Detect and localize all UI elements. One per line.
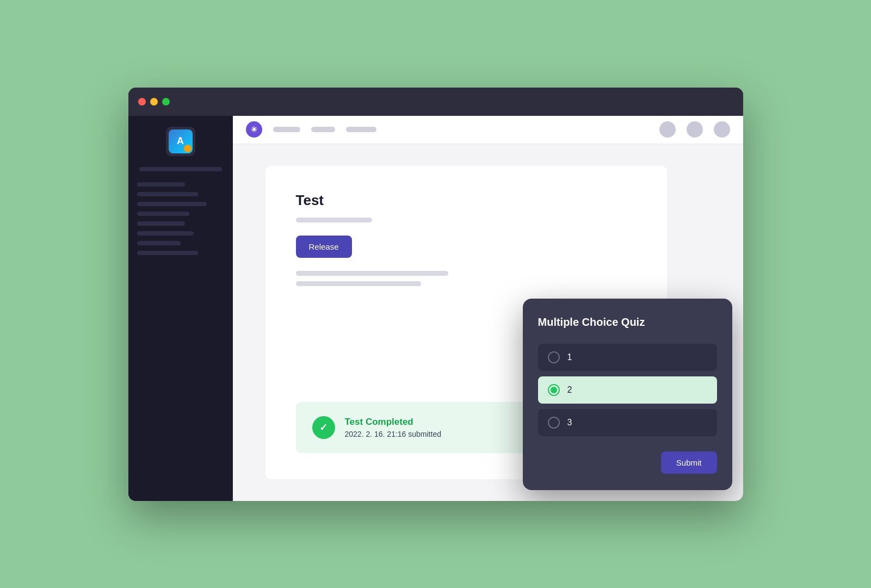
maximize-button[interactable] (162, 98, 170, 106)
nav-item-1[interactable] (273, 127, 300, 132)
completion-text: Test Completed 2022. 2. 16. 21:16 submit… (345, 417, 441, 438)
nav-item-3[interactable] (346, 127, 376, 132)
sidebar-item[interactable] (137, 231, 194, 236)
user-avatar-2[interactable] (687, 121, 703, 138)
sidebar-item[interactable] (137, 182, 185, 187)
logo-icon: ✳ (246, 121, 262, 138)
top-nav: ✳ (233, 116, 743, 144)
sidebar-item[interactable] (137, 192, 198, 196)
option-label-2: 2 (567, 385, 572, 395)
user-avatar-3[interactable] (714, 121, 730, 138)
title-bar (128, 88, 743, 116)
sidebar-search-bar (139, 167, 222, 171)
completion-date: 2022. 2. 16. 21:16 submitted (345, 430, 441, 438)
check-circle-icon: ✓ (312, 416, 335, 439)
content-bar-1 (296, 218, 372, 222)
option-label-3: 3 (567, 418, 572, 428)
radio-1 (548, 351, 560, 363)
quiz-option-1[interactable]: 1 (538, 344, 717, 371)
radio-2 (548, 384, 560, 396)
logo-symbol: ✳ (251, 125, 257, 134)
quiz-title: Multiple Choice Quiz (538, 316, 717, 329)
sidebar-item[interactable] (137, 221, 185, 226)
page-title: Test (296, 192, 637, 209)
nav-item-2[interactable] (311, 127, 335, 132)
browser-content: A ✳ (128, 116, 743, 501)
app-icon-container: A (166, 127, 195, 156)
option-label-1: 1 (567, 352, 572, 362)
main-area: ✳ Test Release (233, 116, 743, 501)
content-bar-2 (296, 271, 448, 276)
sidebar-item[interactable] (137, 202, 207, 206)
app-icon: A (169, 129, 193, 153)
main-content: Test Release ✓ Test Completed 2022. 2. 1… (233, 144, 743, 501)
user-avatar-1[interactable] (659, 121, 676, 138)
sidebar-item[interactable] (137, 241, 181, 245)
sidebar-nav-items (128, 182, 233, 255)
completion-title: Test Completed (345, 417, 441, 428)
sidebar: A (128, 116, 233, 501)
submit-button[interactable]: Submit (661, 451, 717, 474)
checkmark-icon: ✓ (319, 422, 328, 434)
sidebar-item[interactable] (137, 251, 198, 255)
radio-3 (548, 417, 560, 429)
minimize-button[interactable] (150, 98, 158, 106)
content-bar-3 (296, 281, 421, 286)
quiz-option-3[interactable]: 3 (538, 409, 717, 436)
close-button[interactable] (138, 98, 146, 106)
radio-selected-indicator (551, 387, 557, 393)
quiz-option-2[interactable]: 2 (538, 376, 717, 404)
quiz-options: 1 2 3 (538, 344, 717, 436)
sidebar-item[interactable] (137, 212, 189, 216)
quiz-submit-row: Submit (538, 451, 717, 474)
traffic-lights (138, 98, 170, 106)
app-icon-label: A (177, 135, 184, 147)
quiz-overlay: Multiple Choice Quiz 1 2 (523, 299, 732, 490)
release-button[interactable]: Release (296, 236, 352, 258)
browser-window: A ✳ (128, 88, 743, 501)
